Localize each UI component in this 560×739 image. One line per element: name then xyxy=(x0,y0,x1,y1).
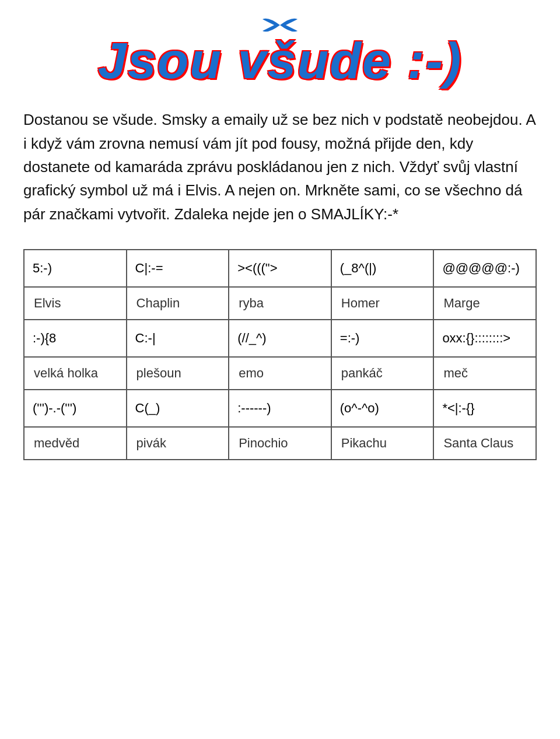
table-cell: emo xyxy=(229,357,331,390)
table-cell: plešoun xyxy=(127,357,229,390)
table-cell: @@@@@:-) xyxy=(433,250,536,287)
table-cell: C(_) xyxy=(127,390,229,427)
table-cell: Homer xyxy=(331,287,434,320)
table-row: ElvisChaplinrybaHomerMarge xyxy=(24,287,536,320)
table-cell: Marge xyxy=(433,287,536,320)
table-cell: velká holka xyxy=(24,357,127,390)
table-cell: *<|:-{} xyxy=(433,390,536,427)
table-cell: Santa Claus xyxy=(433,427,536,460)
table-cell: C:-| xyxy=(127,320,229,357)
intro-text: Dostanou se všude. Smsky a emaily už se … xyxy=(23,108,537,225)
table-row: 5:-)C|:-=><(((">(_8^(|)@@@@@:-) xyxy=(24,250,536,287)
table-cell: (''')-.-(''') xyxy=(24,390,127,427)
page-title: Jsou všude :-) xyxy=(98,31,463,90)
table-cell: Elvis xyxy=(24,287,127,320)
table-cell: :-){8 xyxy=(24,320,127,357)
emoji-table: 5:-)C|:-=><(((">(_8^(|)@@@@@:-)ElvisChap… xyxy=(23,249,537,460)
table-cell: oxx:{}::::::::> xyxy=(433,320,536,357)
table-cell: ><((("> xyxy=(229,250,331,287)
table-cell: Pinochio xyxy=(229,427,331,460)
table-row: velká holkaplešounemopankáčmeč xyxy=(24,357,536,390)
page-title-wrapper: Jsou všude :-) xyxy=(23,31,537,90)
table-cell: ryba xyxy=(229,287,331,320)
table-cell: pivák xyxy=(127,427,229,460)
table-cell: Pikachu xyxy=(331,427,434,460)
table-row: (''')-.-(''')C(_):------)(o^-^o)*<|:-{} xyxy=(24,390,536,427)
table-row: :-){8C:-|(//_^)=:-)oxx:{}::::::::> xyxy=(24,320,536,357)
table-cell: (//_^) xyxy=(229,320,331,357)
table-cell: pankáč xyxy=(331,357,434,390)
table-row: medvědpivákPinochioPikachuSanta Claus xyxy=(24,427,536,460)
table-cell: Chaplin xyxy=(127,287,229,320)
table-cell: (o^-^o) xyxy=(331,390,434,427)
table-cell: C|:-= xyxy=(127,250,229,287)
table-cell: =:-) xyxy=(331,320,434,357)
table-cell: 5:-) xyxy=(24,250,127,287)
table-cell: :------) xyxy=(229,390,331,427)
table-cell: meč xyxy=(433,357,536,390)
table-cell: medvěd xyxy=(24,427,127,460)
table-cell: (_8^(|) xyxy=(331,250,434,287)
